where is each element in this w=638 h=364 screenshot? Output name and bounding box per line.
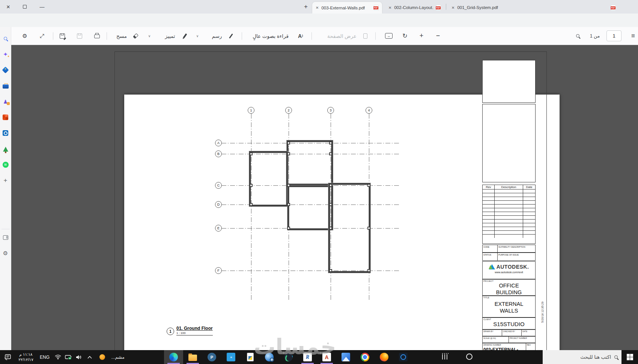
ring-app-icon[interactable] bbox=[466, 353, 472, 360]
start-button[interactable] bbox=[621, 350, 638, 364]
drawing-title: EXTERNAL WALLS bbox=[489, 296, 528, 314]
sidebar-search-icon[interactable] bbox=[2, 35, 9, 42]
weather-widget[interactable]: ...مشم bbox=[109, 355, 127, 360]
taskbar-app-firefox[interactable] bbox=[375, 350, 394, 364]
taskbar-search-box[interactable]: اكتب هنا للبحث bbox=[543, 350, 621, 364]
revision-cell bbox=[495, 219, 523, 223]
sidebar-tools-icon[interactable] bbox=[2, 83, 9, 89]
sidebar-shopping-icon[interactable] bbox=[2, 67, 9, 73]
sidebar-copilot-icon[interactable]: ✦ bbox=[2, 51, 9, 57]
tab-003-external-walls[interactable]: ✕ 003-External-Walls.pdf bbox=[312, 2, 382, 14]
save-as-icon bbox=[60, 33, 65, 39]
zoom-in-button[interactable]: + bbox=[416, 27, 427, 45]
revision-cell bbox=[483, 227, 495, 230]
view-number-symbol: 1 bbox=[167, 328, 174, 335]
page-view-icon-button[interactable] bbox=[360, 27, 370, 45]
revision-cell bbox=[523, 200, 535, 204]
highlight-label[interactable]: تمييز bbox=[161, 27, 179, 45]
language-indicator[interactable]: ENG bbox=[37, 355, 53, 360]
fit-width-icon: ↔ bbox=[385, 33, 393, 39]
pen-button[interactable] bbox=[226, 27, 236, 45]
hidden-icons-chevron[interactable] bbox=[84, 356, 95, 359]
sidebar-office-icon[interactable] bbox=[2, 114, 9, 120]
fit-width-button[interactable]: ↔ bbox=[382, 27, 396, 45]
fullscreen-button[interactable]: ⤢ bbox=[37, 27, 47, 45]
zoom-out-button[interactable]: − bbox=[432, 27, 444, 45]
sidebar-tree-icon[interactable] bbox=[2, 146, 9, 152]
rotate-button[interactable]: ↻ bbox=[399, 27, 411, 45]
sidebar-settings-icon[interactable]: ⚙ bbox=[2, 250, 9, 256]
revision-cell bbox=[523, 193, 535, 197]
action-center-icon[interactable] bbox=[0, 354, 15, 360]
taskbar-app-revit[interactable]: R bbox=[298, 350, 317, 364]
find-in-document-button[interactable] bbox=[572, 27, 583, 45]
wifi-icon[interactable] bbox=[53, 355, 63, 359]
tray-app-orange-icon[interactable] bbox=[95, 354, 109, 360]
print-button[interactable] bbox=[92, 27, 102, 45]
window-close-button[interactable]: ✕ bbox=[0, 0, 17, 14]
sidebar-games-icon[interactable]: ♟ bbox=[2, 98, 9, 105]
revision-cell bbox=[495, 200, 523, 204]
sidebar-add-icon[interactable]: + bbox=[2, 177, 9, 184]
page-number-input[interactable] bbox=[606, 30, 621, 41]
sidebar-outlook-icon[interactable] bbox=[2, 130, 9, 136]
status-row: STATUSPURPOSE OF ISSUE bbox=[482, 253, 536, 261]
read-aloud-icon[interactable]: A⟩ bbox=[295, 27, 306, 45]
window-titlebar: ✕ — + ✕ 003-External-Walls.pdf ✕ 002-Col… bbox=[0, 0, 638, 14]
taskbar-app-python-doc[interactable] bbox=[241, 350, 260, 364]
table-of-contents-button[interactable]: ≡ bbox=[627, 27, 638, 45]
taskbar-app-explorer[interactable] bbox=[183, 350, 202, 364]
tab-002-column-layout[interactable]: ✕ 002-Column-Layout.pdf bbox=[385, 3, 444, 12]
chrome-icon bbox=[361, 353, 369, 361]
tab-close-icon[interactable]: ✕ bbox=[316, 6, 319, 10]
taskbar-app-photos[interactable] bbox=[336, 350, 355, 364]
taskbar-app-chrome[interactable] bbox=[355, 350, 375, 364]
taskbar-app-edge[interactable] bbox=[164, 350, 183, 364]
pdf-settings-button[interactable]: ⚙ bbox=[20, 27, 30, 45]
revision-cell bbox=[483, 189, 495, 193]
pdf-toolbar: ⚙ ⤢ مسح ∨ تمييز ∨ رسم قراءة بصوت عالٍ A⟩… bbox=[11, 27, 638, 45]
taskbar-app-crescent-app[interactable] bbox=[279, 350, 298, 364]
highlighter-button[interactable] bbox=[180, 27, 190, 45]
taskbar-app-postgresql[interactable]: P bbox=[202, 350, 221, 364]
title-block-empty-box-1 bbox=[482, 60, 536, 103]
revision-cell bbox=[483, 219, 495, 223]
brand-box: AUTODESK. www.autodesk.com/revit bbox=[482, 261, 536, 279]
save-as-button[interactable] bbox=[57, 27, 68, 45]
sidebar-spotify-icon[interactable]: ≋ bbox=[2, 161, 9, 168]
erase-dropdown[interactable]: ∨ bbox=[146, 27, 152, 45]
speaker-icon[interactable] bbox=[74, 355, 84, 360]
tab-close-icon[interactable]: ✕ bbox=[388, 6, 391, 10]
revision-cell bbox=[495, 197, 523, 200]
read-aloud-button[interactable]: قراءة بصوت عالٍ bbox=[248, 27, 293, 45]
save-button[interactable] bbox=[74, 27, 85, 45]
expand-icon: ⤢ bbox=[40, 33, 44, 39]
tab-001-grid-system[interactable]: ✕ 001_Grid-System.pdf bbox=[448, 3, 619, 12]
taskbar-app-shield-browser[interactable] bbox=[394, 350, 413, 364]
clock[interactable]: ١١:١٨ م ٢٢/١٢/١٧ bbox=[15, 352, 37, 362]
revision-row bbox=[483, 200, 535, 204]
view-name: 01. Ground Floor bbox=[176, 326, 213, 331]
erase-label[interactable]: مسح bbox=[113, 27, 130, 45]
sidebar-customize-icon[interactable] bbox=[2, 234, 9, 241]
tab-close-icon[interactable]: ✕ bbox=[451, 6, 454, 10]
task-view-icon[interactable] bbox=[442, 354, 448, 359]
revision-table-rows bbox=[483, 189, 535, 238]
battery-icon[interactable] bbox=[63, 355, 74, 359]
revision-cell bbox=[523, 208, 535, 212]
close-icon: ✕ bbox=[6, 4, 11, 10]
revision-cell bbox=[495, 189, 523, 193]
page-view-button[interactable]: عرض الصفحة bbox=[326, 27, 358, 45]
tray-time: ١١:١٨ م bbox=[15, 352, 37, 357]
highlight-dropdown[interactable]: ∨ bbox=[194, 27, 200, 45]
revision-table: Rev Description Date bbox=[482, 185, 536, 244]
taskbar-app-vscode[interactable]: ‹› bbox=[221, 350, 241, 364]
eraser-button[interactable] bbox=[131, 27, 140, 45]
taskbar-app-web-search[interactable] bbox=[260, 350, 279, 364]
window-restore-button[interactable] bbox=[17, 0, 33, 14]
tray-date: ٢٢/١٢/١٧ bbox=[15, 357, 37, 362]
draw-label[interactable]: رسم bbox=[209, 27, 224, 45]
window-minimize-button[interactable]: — bbox=[34, 0, 50, 14]
new-tab-button[interactable]: + bbox=[301, 2, 311, 11]
taskbar-app-autocad[interactable]: A bbox=[317, 350, 336, 364]
